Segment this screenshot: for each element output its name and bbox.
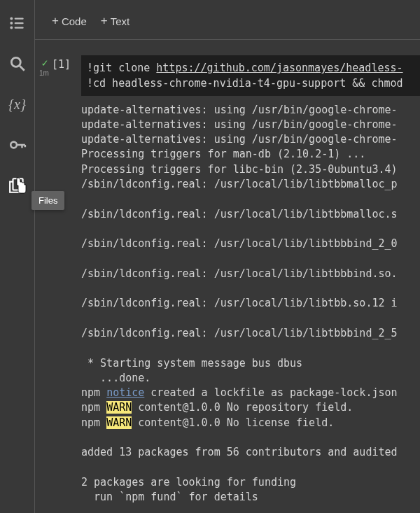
files-icon[interactable]	[8, 176, 27, 195]
cell-output: update-alternatives: using /usr/bin/goog…	[81, 96, 420, 505]
cell-index: [1]	[52, 58, 71, 71]
output-line: /sbin/ldconfig.real: /usr/local/lib/libt…	[81, 267, 420, 281]
cell-gutter: ✓ 1m [1]	[39, 55, 81, 505]
output-line	[81, 222, 420, 237]
output-line: ...done.	[81, 371, 420, 386]
svg-rect-5	[14, 27, 23, 28]
output-line: Processing triggers for libc-bin (2.35-0…	[81, 162, 420, 177]
output-line	[81, 341, 420, 356]
svg-line-7	[20, 66, 24, 71]
files-tooltip: Files	[31, 191, 64, 210]
output-line: Processing triggers for man-db (2.10.2-1…	[81, 147, 420, 162]
output-line	[81, 281, 420, 296]
output-line: npm WARN content@1.0.0 No repository fie…	[81, 400, 420, 415]
code-editor[interactable]: !git clone https://github.com/jasonmayes…	[81, 55, 420, 96]
output-line: /sbin/ldconfig.real: /usr/local/lib/libt…	[81, 177, 420, 192]
output-line: 2 packages are looking for funding	[81, 475, 420, 490]
toc-icon[interactable]	[8, 14, 27, 32]
output-line: * Starting system message bus dbus	[81, 356, 420, 371]
notebook-content: ✓ 1m [1] !git clone https://github.com/j…	[35, 40, 420, 513]
output-line: /sbin/ldconfig.real: /usr/local/lib/libt…	[81, 207, 420, 222]
variables-icon[interactable]: {x}	[8, 95, 27, 113]
add-code-button[interactable]: + Code	[46, 11, 92, 31]
svg-rect-12	[13, 178, 22, 190]
output-line: npm notice created a lockfile as package…	[81, 386, 420, 400]
left-sidebar: {x}	[0, 0, 35, 513]
key-icon[interactable]	[8, 136, 27, 154]
svg-point-0	[10, 17, 13, 20]
cell-body: !git clone https://github.com/jasonmayes…	[81, 55, 420, 505]
svg-point-8	[10, 142, 17, 148]
svg-point-2	[10, 22, 13, 24]
svg-rect-3	[14, 22, 23, 24]
output-line	[81, 461, 420, 475]
search-icon[interactable]	[8, 55, 27, 73]
output-line: run `npm fund` for details	[81, 490, 420, 505]
svg-point-6	[11, 57, 20, 66]
output-line	[81, 251, 420, 266]
output-line: update-alternatives: using /usr/bin/goog…	[81, 118, 420, 132]
svg-rect-1	[14, 17, 23, 19]
check-icon: ✓	[41, 57, 48, 69]
output-line	[81, 311, 420, 326]
notebook-toolbar: + Code + Text	[35, 0, 420, 40]
output-line: update-alternatives: using /usr/bin/goog…	[81, 103, 420, 118]
code-cell[interactable]: ✓ 1m [1] !git clone https://github.com/j…	[35, 40, 420, 505]
main-area: + Code + Text ✓ 1m [1] !git clone https:…	[35, 0, 420, 513]
add-text-label: Text	[111, 15, 130, 27]
output-line	[81, 430, 420, 445]
add-code-label: Code	[62, 15, 87, 27]
output-line: update-alternatives: using /usr/bin/goog…	[81, 132, 420, 147]
output-line	[81, 192, 420, 206]
exec-duration: 1m	[39, 69, 49, 77]
output-line: /sbin/ldconfig.real: /usr/local/lib/libt…	[81, 237, 420, 251]
svg-point-4	[10, 27, 13, 29]
output-line: added 13 packages from 56 contributors a…	[81, 445, 420, 460]
output-line: /sbin/ldconfig.real: /usr/local/lib/libt…	[81, 326, 420, 341]
add-text-button[interactable]: + Text	[95, 11, 135, 31]
output-line: npm WARN content@1.0.0 No license field.	[81, 416, 420, 430]
output-line: /sbin/ldconfig.real: /usr/local/lib/libt…	[81, 296, 420, 311]
